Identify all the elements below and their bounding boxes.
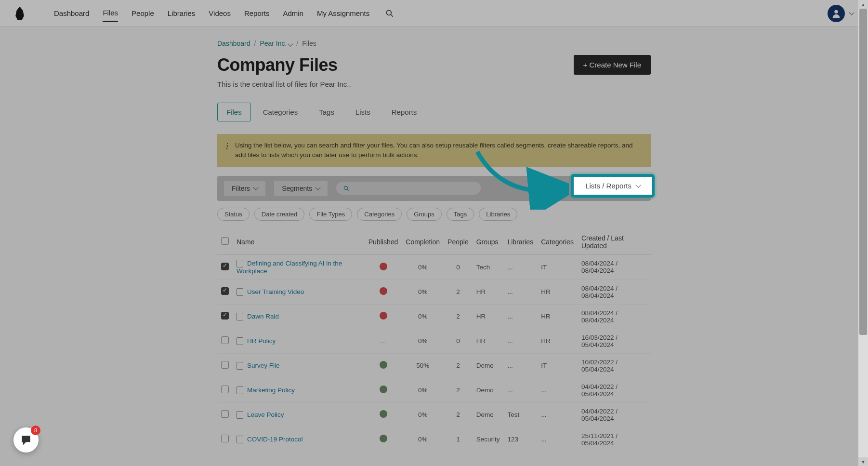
search-input[interactable] [354, 185, 474, 192]
file-link[interactable]: Leave Policy [247, 411, 284, 418]
col-created-last-updated[interactable]: Created / Last Updated [578, 229, 651, 255]
row-checkbox[interactable] [221, 435, 229, 442]
col-libraries[interactable]: Libraries [503, 229, 537, 255]
row-checkbox[interactable] [221, 386, 229, 393]
cell-categories: IT [537, 254, 578, 280]
file-link[interactable]: COVID-19 Protocol [247, 436, 303, 443]
top-nav: DashboardFilesPeopleLibrariesVideosRepor… [0, 0, 868, 27]
nav-admin[interactable]: Admin [283, 5, 303, 21]
row-checkbox[interactable] [221, 361, 229, 369]
info-banner: i Using the list below, you can search a… [217, 134, 651, 167]
col-categories[interactable]: Categories [537, 229, 578, 255]
cell-libraries: 123 [503, 427, 537, 452]
nav-my-assignments[interactable]: My Assignments [317, 5, 369, 21]
cell-published [365, 427, 402, 452]
row-checkbox[interactable] [221, 263, 229, 270]
cell-libraries: ... [503, 304, 537, 329]
cell-name: Leave Policy [233, 402, 365, 427]
cell-completion: 0% [402, 304, 444, 329]
scroll-thumb[interactable] [859, 9, 867, 335]
breadcrumb-dashboard[interactable]: Dashboard [217, 40, 250, 47]
cell-people: 0 [444, 254, 473, 280]
svg-point-2 [834, 10, 838, 13]
table-row: COVID-19 Protocol0%1Security123...25/11/… [217, 427, 651, 452]
row-checkbox[interactable] [221, 312, 229, 320]
chip-date-created[interactable]: Date created [254, 208, 304, 221]
svg-point-3 [344, 186, 348, 189]
table-row: HR Policy...0%0HR...HR16/03/2022 / 05/04… [217, 329, 651, 353]
filters-dropdown[interactable]: Filters [224, 181, 265, 196]
nav-reports[interactable]: Reports [244, 5, 270, 21]
file-icon [237, 411, 243, 419]
file-link[interactable]: Defining and Classifying AI in the Workp… [237, 260, 342, 275]
cell-name: User Training Video [233, 280, 365, 304]
subtab-categories[interactable]: Categories [254, 103, 307, 121]
cell-libraries: ... [503, 378, 537, 402]
cell-dates: 04/04/2022 / 05/04/2024 [578, 378, 651, 402]
info-icon: i [226, 142, 228, 152]
file-link[interactable]: Survey File [247, 362, 280, 369]
cell-published [365, 378, 402, 402]
svg-point-0 [387, 10, 392, 15]
cell-people: 0 [444, 329, 473, 353]
cell-published [365, 254, 402, 280]
row-checkbox[interactable] [221, 336, 229, 344]
select-all-checkbox[interactable] [221, 237, 229, 245]
chip-groups[interactable]: Groups [407, 208, 442, 221]
subtab-reports[interactable]: Reports [382, 103, 426, 121]
row-checkbox[interactable] [221, 410, 229, 418]
col-name[interactable]: Name [233, 229, 365, 255]
file-link[interactable]: HR Policy [247, 337, 276, 345]
nav-libraries[interactable]: Libraries [168, 5, 196, 21]
scroll-up-arrow[interactable]: ▲ [858, 0, 868, 9]
cell-categories: ... [537, 378, 578, 402]
chevron-down-icon [316, 185, 321, 190]
cell-people: 2 [444, 304, 473, 329]
cell-completion: 0% [402, 427, 444, 452]
help-widget[interactable]: 8 [13, 427, 39, 452]
chip-status[interactable]: Status [217, 208, 250, 221]
status-dot-icon [380, 263, 387, 270]
table-row: Marketing Policy0%2Demo......04/04/2022 … [217, 378, 651, 402]
search-icon[interactable] [385, 9, 395, 18]
file-icon [237, 260, 243, 267]
subtab-tags[interactable]: Tags [310, 103, 343, 121]
table-row: Survey File50%2Demo...IT10/02/2022 / 05/… [217, 353, 651, 378]
cell-people: 2 [444, 402, 473, 427]
status-dot-icon [380, 386, 387, 393]
chip-categories[interactable]: Categories [357, 208, 402, 221]
subtabs: FilesCategoriesTagsListsReports [217, 103, 651, 121]
lists-reports-dropdown[interactable]: Lists / Reports [571, 174, 655, 198]
col-published[interactable]: Published [365, 229, 402, 255]
file-link[interactable]: Marketing Policy [247, 386, 295, 394]
chip-file-types[interactable]: File Types [309, 208, 352, 221]
nav-files[interactable]: Files [103, 5, 118, 22]
col-completion[interactable]: Completion [402, 229, 444, 255]
breadcrumb-company[interactable]: Pear Inc. [260, 40, 292, 47]
cell-name: HR Policy [233, 329, 365, 353]
cell-name: COVID-19 Protocol [233, 427, 365, 452]
cell-categories: HR [537, 280, 578, 304]
cell-categories: HR [537, 329, 578, 353]
file-link[interactable]: User Training Video [247, 288, 304, 295]
nav-people[interactable]: People [132, 5, 154, 21]
subtab-files[interactable]: Files [217, 103, 251, 121]
col-groups[interactable]: Groups [473, 229, 504, 255]
col-people[interactable]: People [444, 229, 473, 255]
file-link[interactable]: Dawn Raid [247, 313, 279, 320]
row-checkbox[interactable] [221, 287, 229, 295]
account-menu[interactable] [828, 5, 854, 22]
chip-libraries[interactable]: Libraries [479, 208, 517, 221]
search-field[interactable] [336, 182, 481, 195]
cell-published [365, 280, 402, 304]
subtab-lists[interactable]: Lists [346, 103, 380, 121]
create-new-file-button[interactable]: + Create New File [574, 55, 651, 75]
segments-dropdown[interactable]: Segments [274, 181, 328, 196]
vertical-scrollbar[interactable]: ▲ ▼ [858, 0, 868, 452]
cell-groups: Tech [473, 254, 504, 280]
chip-tags[interactable]: Tags [447, 208, 474, 221]
nav-dashboard[interactable]: Dashboard [54, 5, 89, 21]
status-dot-icon [380, 410, 387, 418]
nav-videos[interactable]: Videos [209, 5, 231, 21]
table-row: Dawn Raid0%2HR...HR08/04/2024 / 08/04/20… [217, 304, 651, 329]
